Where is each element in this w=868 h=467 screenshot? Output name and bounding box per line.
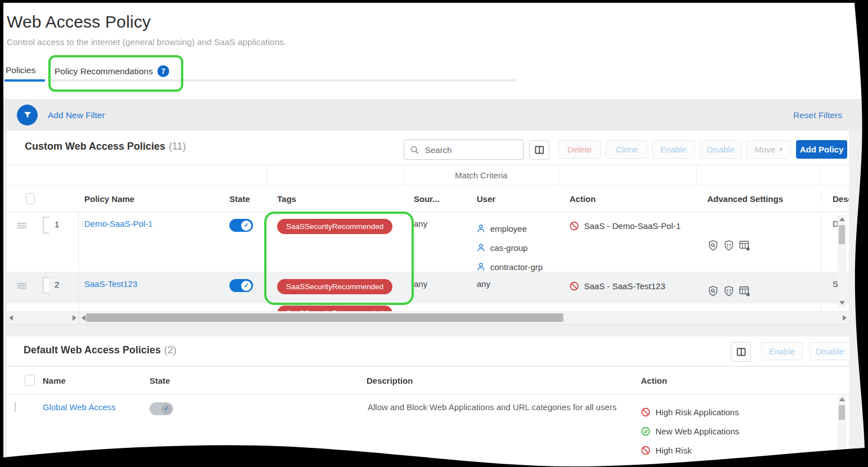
filter-icon[interactable]	[17, 105, 38, 125]
col-state[interactable]: State	[219, 194, 267, 204]
default-policies-title: Default Web Access Policies(2)	[24, 344, 177, 356]
search-icon	[410, 145, 419, 155]
column-settings-button[interactable]	[731, 342, 751, 362]
user-item: contractor-grp	[477, 257, 559, 272]
drag-handle-icon[interactable]	[17, 221, 35, 272]
description-value: Allow and Block Web Applications and URL…	[360, 394, 630, 467]
grid-flame-icon[interactable]	[739, 285, 751, 297]
advanced-settings-icons	[697, 272, 821, 303]
scroll-up-icon[interactable]	[839, 217, 845, 221]
search-box	[404, 140, 524, 160]
default-policies-header: Default Web Access Policies(2) Enable Di…	[7, 336, 849, 366]
tab-policy-recommendations[interactable]: Policy Recommendations 7	[55, 65, 169, 77]
disable-button[interactable]: Disable	[699, 140, 742, 159]
scroll-down-icon[interactable]	[839, 301, 845, 305]
col-description[interactable]: Description	[360, 376, 630, 385]
scroll-left-icon[interactable]	[9, 315, 13, 321]
columns-icon	[534, 145, 545, 155]
shield-search-icon[interactable]	[707, 240, 719, 252]
grid-flame-icon[interactable]	[739, 240, 751, 252]
col-advanced-settings[interactable]: Advanced Settings	[697, 194, 821, 204]
block-icon	[641, 446, 650, 455]
table-row[interactable]: 2 SaaS-Test123 ✓ SaaSSecurityRecommended…	[7, 272, 849, 303]
action-item: High Risk	[641, 441, 849, 460]
policy-name-link[interactable]: Global Web Access	[43, 402, 116, 412]
frozen-pane-scrollbar[interactable]	[7, 312, 79, 324]
inactive-tab-indicator	[49, 79, 516, 82]
state-toggle-locked: ✓	[150, 402, 173, 415]
state-toggle-on[interactable]: ✓	[229, 279, 253, 292]
columns-icon	[736, 347, 747, 357]
col-action[interactable]: Action	[630, 376, 849, 385]
scroll-left-icon[interactable]	[82, 315, 85, 321]
column-settings-button[interactable]	[529, 140, 549, 160]
scroll-right-icon[interactable]	[843, 315, 847, 321]
action-label: High Risk Applications	[655, 407, 739, 417]
col-policy-name[interactable]: Policy Name	[79, 194, 219, 204]
state-toggle-on[interactable]: ✓	[229, 219, 253, 232]
default-table-header: Name State Description Action	[7, 366, 849, 394]
select-all-checkbox[interactable]	[25, 375, 35, 386]
scrollbar-thumb[interactable]	[839, 225, 845, 244]
block-icon	[641, 465, 650, 467]
user-item: cas-group	[477, 238, 559, 257]
web-access-policy-page: Web Access Policy Control access to the …	[0, 0, 868, 467]
user-value: any	[467, 272, 559, 303]
action-value: SaaS - SaaS-Test123	[584, 281, 665, 291]
row-checkbox[interactable]	[15, 402, 16, 412]
col-source[interactable]: Sour...	[404, 194, 467, 204]
row-number: 2	[55, 280, 59, 289]
col-action[interactable]: Action	[559, 194, 697, 204]
scrollbar-thumb[interactable]	[86, 313, 563, 322]
col-tags[interactable]: Tags	[267, 194, 404, 204]
col-name[interactable]: Name	[35, 376, 142, 385]
user-name: cas-group	[490, 243, 528, 253]
col-user[interactable]: User	[467, 194, 559, 204]
advanced-settings-icons	[697, 212, 821, 272]
horizontal-scrollbar-row	[7, 312, 849, 325]
vertical-scrollbar[interactable]	[838, 215, 846, 307]
scroll-right-icon[interactable]	[73, 315, 76, 321]
delete-button[interactable]: Delete	[558, 140, 601, 159]
user-icon	[477, 243, 485, 252]
match-criteria-group-label: Match Criteria	[404, 165, 559, 185]
tab-policies[interactable]: Policies	[6, 65, 35, 75]
action-item: Abused Drugs	[641, 460, 849, 467]
table-row[interactable]: 1 Demo-SaaS-Pol-1 ✓ SaaSSecurityRecommen…	[7, 212, 849, 272]
custom-policies-header: Custom Web Access Policies(11) Delete Cl…	[7, 131, 849, 165]
select-all-checkbox[interactable]	[26, 193, 35, 204]
policy-name-link[interactable]: Demo-SaaS-Pol-1	[84, 219, 153, 228]
enable-button[interactable]: Enable	[652, 140, 695, 159]
policy-name-link[interactable]: SaaS-Test123	[84, 279, 137, 289]
source-value: any	[404, 272, 467, 303]
shield-search-icon[interactable]	[707, 285, 719, 297]
disable-button[interactable]: Disable	[810, 342, 850, 360]
table-group-header: Match Criteria	[7, 165, 849, 186]
user-name: employee	[490, 224, 527, 234]
shield-alert-icon[interactable]	[723, 240, 735, 252]
vertical-scrollbar[interactable]	[838, 395, 846, 461]
page-title: Web Access Policy	[7, 12, 286, 32]
add-new-filter-button[interactable]: Add New Filter	[48, 110, 105, 120]
enable-button[interactable]: Enable	[761, 342, 803, 360]
col-description[interactable]: Description	[821, 194, 849, 204]
user-list: employee cas-group contractor-grp	[467, 212, 559, 272]
main-scrollbar[interactable]	[79, 312, 849, 324]
col-state[interactable]: State	[142, 376, 360, 385]
table-row[interactable]: Global Web Access ✓ Allow and Block Web …	[7, 394, 849, 467]
search-input[interactable]	[424, 145, 510, 155]
drag-handle-icon[interactable]	[17, 281, 35, 303]
user-icon	[477, 262, 485, 271]
tag-badge: SaaSSecurityRecommended	[277, 306, 392, 311]
table-row-partial: SaaSSecurityRecommended	[7, 303, 849, 312]
scrollbar-thumb[interactable]	[839, 405, 845, 420]
move-button[interactable]: Move ▾	[746, 140, 791, 159]
user-item: employee	[477, 219, 559, 238]
clone-button[interactable]: Clone	[605, 140, 648, 159]
action-label: High Risk	[655, 446, 691, 455]
add-policy-button[interactable]: Add Policy	[796, 140, 847, 159]
shield-alert-icon[interactable]	[723, 285, 735, 297]
reset-filters-button[interactable]: Reset Filters	[793, 110, 842, 120]
scroll-up-icon[interactable]	[839, 397, 845, 401]
action-label: Abused Drugs	[655, 465, 709, 467]
